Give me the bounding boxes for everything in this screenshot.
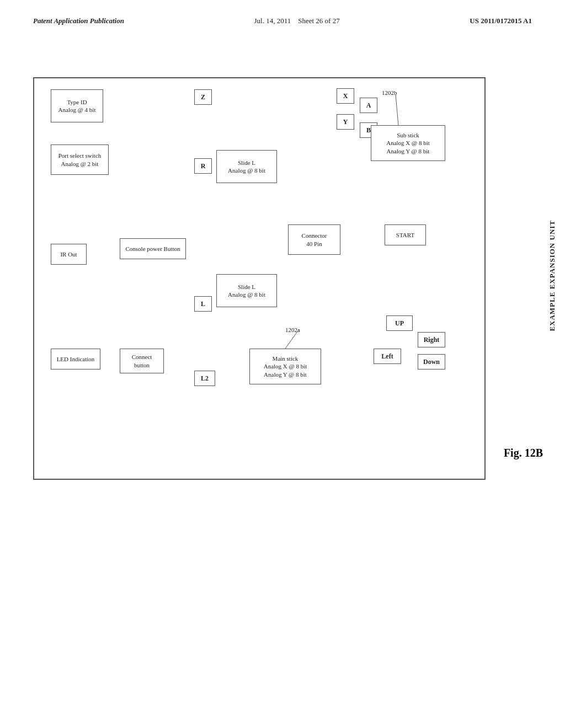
patent-number: US 2011/0172015 A1 (470, 17, 532, 25)
l-button-box: L (194, 296, 212, 312)
left-button-box: Left (374, 349, 401, 364)
slide-l-top-box: Slide LAnalog @ 8 bit (216, 150, 277, 183)
svg-line-0 (396, 95, 398, 125)
a-button-box: A (360, 98, 377, 113)
date-label: Jul. 14, 2011 (254, 17, 291, 25)
sheet-label: Sheet 26 of 27 (298, 17, 339, 25)
ref-1202b: 1202b (382, 89, 397, 96)
header-center: Jul. 14, 2011 Sheet 26 of 27 (254, 17, 340, 25)
down-button-box: Down (418, 354, 445, 370)
main-stick-box: Main stickAnalog X @ 8 bitAnalog Y @ 8 b… (249, 349, 321, 384)
expansion-unit-label: EXAMPLE EXPANSION UNIT (472, 78, 489, 479)
y-button-box: Y (337, 114, 354, 130)
slide-l-bot-box: Slide LAnalog @ 8 bit (216, 274, 277, 307)
up-button-box: UP (386, 315, 413, 331)
connector-box: Connector40 Pin (288, 224, 340, 255)
expansion-unit-vertical-label: EXAMPLE EXPANSION UNIT (548, 110, 557, 441)
x-button-box: X (337, 88, 354, 104)
diagram-area: Type IDAnalog @ 4 bit Port select switch… (33, 77, 486, 480)
console-power-box: Console power Button (120, 238, 186, 259)
z-button-box: Z (194, 89, 212, 105)
ref-1202a: 1202a (285, 326, 300, 333)
connect-button-box: Connectbutton (120, 349, 164, 373)
led-indication-box: LED Indication (51, 349, 100, 370)
sub-stick-box: Sub stickAnalog X @ 8 bitAnalog Y @ 8 bi… (371, 125, 445, 161)
page-header: Patent Application Publication Jul. 14, … (0, 0, 565, 25)
ir-out-box: IR Out (51, 244, 87, 265)
right-button-box: Right (418, 332, 445, 347)
start-button-box: START (385, 224, 426, 245)
port-select-box: Port select switchAnalog @ 2 bit (51, 144, 109, 175)
type-id-box: Type IDAnalog @ 4 bit (51, 89, 103, 122)
r-button-box: R (194, 158, 212, 174)
fig-label: Fig. 12B (504, 447, 543, 459)
publication-label: Patent Application Publication (33, 17, 124, 25)
l2-button-box: L2 (194, 371, 215, 386)
